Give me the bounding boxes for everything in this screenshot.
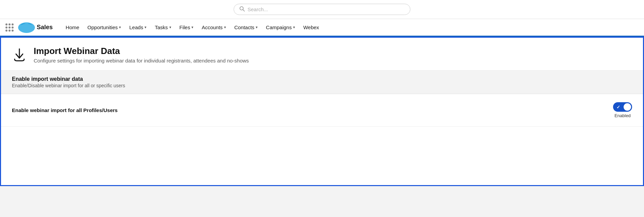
svg-point-6 <box>19 23 34 32</box>
chevron-down-icon: ▾ <box>169 25 171 30</box>
enable-toggle[interactable]: ✓ <box>613 102 632 112</box>
nav-label-tasks: Tasks <box>155 24 168 30</box>
search-icon <box>239 6 245 13</box>
nav-item-leads[interactable]: Leads ▾ <box>126 19 150 36</box>
toggle-wrap: ✓ Enabled <box>613 102 632 118</box>
page-subtitle: Configure settings for importing webinar… <box>34 58 249 64</box>
svg-line-1 <box>243 10 245 12</box>
import-icon <box>12 47 27 62</box>
salesforce-logo <box>18 21 35 34</box>
nav-item-tasks[interactable]: Tasks ▾ <box>151 19 174 36</box>
setting-label: Enable webinar import for all Profiles/U… <box>12 107 118 113</box>
nav-item-files[interactable]: Files ▾ <box>176 19 197 36</box>
chevron-down-icon: ▾ <box>293 25 295 30</box>
search-input[interactable] <box>248 6 405 12</box>
app-launcher-icon[interactable] <box>5 23 14 32</box>
nav-label-webex: Webex <box>303 24 319 30</box>
section-header: Enable import webinar data Enable/Disabl… <box>1 71 643 94</box>
nav-item-accounts[interactable]: Accounts ▾ <box>198 19 230 36</box>
nav-items: Home Opportunities ▾ Leads ▾ Tasks ▾ Fil… <box>62 19 322 36</box>
section-desc: Enable/Disable webinar import for all or… <box>12 83 632 88</box>
nav-item-contacts[interactable]: Contacts ▾ <box>231 19 261 36</box>
chevron-down-icon: ▾ <box>119 25 121 30</box>
nav-label-opportunities: Opportunities <box>87 24 118 30</box>
nav-bar: Sales Home Opportunities ▾ Leads ▾ Tasks… <box>0 19 644 37</box>
nav-item-webex[interactable]: Webex <box>300 19 322 36</box>
top-bar <box>0 0 644 19</box>
chevron-down-icon: ▾ <box>191 25 193 30</box>
search-bar[interactable] <box>234 4 410 15</box>
content-area: Import Webinar Data Configure settings f… <box>0 37 644 186</box>
section-title: Enable import webinar data <box>12 76 632 82</box>
setting-row: Enable webinar import for all Profiles/U… <box>1 94 643 127</box>
nav-item-campaigns[interactable]: Campaigns ▾ <box>262 19 299 36</box>
toggle-check-icon: ✓ <box>616 105 620 110</box>
page-header-text: Import Webinar Data Configure settings f… <box>34 46 249 64</box>
toggle-state-label: Enabled <box>614 113 631 118</box>
nav-item-opportunities[interactable]: Opportunities ▾ <box>84 19 124 36</box>
nav-label-campaigns: Campaigns <box>266 24 292 30</box>
app-name: Sales <box>37 24 53 31</box>
import-icon-wrap <box>12 47 27 62</box>
nav-label-files: Files <box>180 24 190 30</box>
nav-item-home[interactable]: Home <box>62 19 83 36</box>
page-header: Import Webinar Data Configure settings f… <box>1 38 643 71</box>
nav-label-accounts: Accounts <box>202 24 223 30</box>
chevron-down-icon: ▾ <box>224 25 226 30</box>
chevron-down-icon: ▾ <box>256 25 258 30</box>
page-title: Import Webinar Data <box>34 46 249 56</box>
chevron-down-icon: ▾ <box>145 25 147 30</box>
nav-label-home: Home <box>66 24 79 30</box>
nav-label-contacts: Contacts <box>234 24 254 30</box>
nav-label-leads: Leads <box>129 24 143 30</box>
